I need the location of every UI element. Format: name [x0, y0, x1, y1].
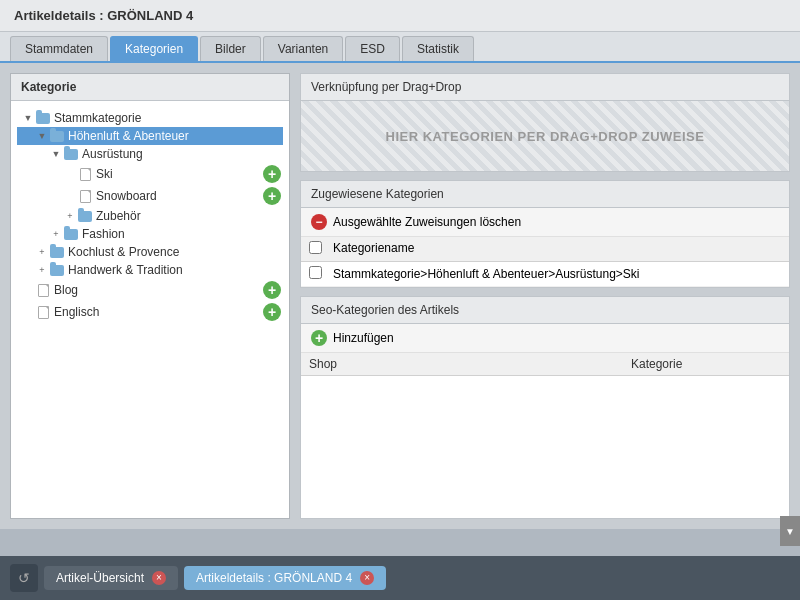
drag-drop-area[interactable]: HIER KATEGORIEN PER DRAG+DROP ZUWEISE	[301, 101, 789, 171]
add-seo-button[interactable]: + Hinzufügen	[301, 324, 789, 353]
assigned-header: Zugewiesene Kategorien	[301, 181, 789, 208]
folder-icon-zubehoer	[77, 209, 93, 223]
select-all-checkbox[interactable]	[309, 241, 322, 254]
seo-table-header: Shop Kategorie	[301, 353, 789, 376]
tree-label-englisch: Englisch	[54, 305, 263, 319]
bottom-tab-artikeldetails[interactable]: Artikeldetails : GRÖNLAND 4 ×	[184, 566, 386, 590]
bottom-tab-artikel-uebersicht[interactable]: Artikel-Übersicht ×	[44, 566, 178, 590]
right-panel: Verknüpfung per Drag+Drop HIER KATEGORIE…	[300, 73, 790, 519]
tab-bilder[interactable]: Bilder	[200, 36, 261, 61]
toggle-zubehoer[interactable]: +	[63, 209, 77, 223]
main-content: Kategorie ▼ Stammkategorie ▼ Höhenluft &…	[0, 63, 800, 529]
toggle-hoehenluft[interactable]: ▼	[35, 129, 49, 143]
doc-icon-englisch	[35, 305, 51, 319]
tree-label-ski: Ski	[96, 167, 263, 181]
toggle-stammkategorie[interactable]: ▼	[21, 111, 35, 125]
tree-container: ▼ Stammkategorie ▼ Höhenluft & Abenteuer…	[11, 101, 289, 518]
row-checkbox[interactable]	[309, 266, 322, 279]
tree-item-kochlust[interactable]: + Kochlust & Provence	[17, 243, 283, 261]
add-englisch-button[interactable]: +	[263, 303, 281, 321]
toggle-ski	[63, 167, 77, 181]
plus-icon: +	[311, 330, 327, 346]
header-checkbox-cell	[309, 241, 333, 257]
tree-item-blog[interactable]: Blog +	[17, 279, 283, 301]
doc-icon-ski	[77, 167, 93, 181]
tree-item-snowboard[interactable]: Snowboard +	[17, 185, 283, 207]
tree-label-hoehenluft: Höhenluft & Abenteuer	[68, 129, 281, 143]
bottom-tab-label-uebersicht: Artikel-Übersicht	[56, 571, 144, 585]
row-checkbox-cell	[309, 266, 333, 282]
tree-label-ausruestung: Ausrüstung	[82, 147, 281, 161]
title-bar: Artikeldetails : GRÖNLAND 4	[0, 0, 800, 32]
assigned-section: Zugewiesene Kategorien − Ausgewählte Zuw…	[300, 180, 790, 288]
minus-icon: −	[311, 214, 327, 230]
seo-section: Seo-Kategorien des Artikels + Hinzufügen…	[300, 296, 790, 519]
bottom-tab-label-artikeldetails: Artikeldetails : GRÖNLAND 4	[196, 571, 352, 585]
add-blog-button[interactable]: +	[263, 281, 281, 299]
tree-label-stammkategorie: Stammkategorie	[54, 111, 281, 125]
tree-label-zubehoer: Zubehör	[96, 209, 281, 223]
left-panel: Kategorie ▼ Stammkategorie ▼ Höhenluft &…	[10, 73, 290, 519]
tab-kategorien[interactable]: Kategorien	[110, 36, 198, 61]
drag-drop-header: Verknüpfung per Drag+Drop	[301, 74, 789, 101]
folder-icon-fashion	[63, 227, 79, 241]
tab-statistik[interactable]: Statistik	[402, 36, 474, 61]
add-label: Hinzufügen	[333, 331, 394, 345]
folder-icon-stammkategorie	[35, 111, 51, 125]
row-kategorie-name: Stammkategorie>Höhenluft & Abenteuer>Aus…	[333, 267, 781, 281]
tree-item-ski[interactable]: Ski +	[17, 163, 283, 185]
tree-label-fashion: Fashion	[82, 227, 281, 241]
toggle-ausruestung[interactable]: ▼	[49, 147, 63, 161]
table-row[interactable]: Stammkategorie>Höhenluft & Abenteuer>Aus…	[301, 262, 789, 287]
folder-icon-kochlust	[49, 245, 65, 259]
close-artikeldetails-icon[interactable]: ×	[360, 571, 374, 585]
toggle-englisch	[21, 305, 35, 319]
add-ski-button[interactable]: +	[263, 165, 281, 183]
seo-col-kategorie: Kategorie	[631, 357, 781, 371]
scroll-button[interactable]: ▼	[780, 516, 800, 546]
drag-drop-text: HIER KATEGORIEN PER DRAG+DROP ZUWEISE	[386, 129, 705, 144]
delete-assignments-button[interactable]: − Ausgewählte Zuweisungen löschen	[301, 208, 789, 237]
tab-varianten[interactable]: Varianten	[263, 36, 343, 61]
seo-col-shop: Shop	[309, 357, 631, 371]
folder-icon-ausruestung	[63, 147, 79, 161]
tree-item-englisch[interactable]: Englisch +	[17, 301, 283, 323]
tab-esd[interactable]: ESD	[345, 36, 400, 61]
delete-label: Ausgewählte Zuweisungen löschen	[333, 215, 521, 229]
tree-label-snowboard: Snowboard	[96, 189, 263, 203]
doc-icon-snowboard	[77, 189, 93, 203]
folder-icon-handwerk	[49, 263, 65, 277]
tree-item-ausruestung[interactable]: ▼ Ausrüstung	[17, 145, 283, 163]
tab-stammdaten[interactable]: Stammdaten	[10, 36, 108, 61]
close-uebersicht-icon[interactable]: ×	[152, 571, 166, 585]
bottom-bar: ↺ Artikel-Übersicht × Artikeldetails : G…	[0, 556, 800, 600]
folder-icon-hoehenluft	[49, 129, 65, 143]
add-snowboard-button[interactable]: +	[263, 187, 281, 205]
tree-item-stammkategorie[interactable]: ▼ Stammkategorie	[17, 109, 283, 127]
tab-bar: Stammdaten Kategorien Bilder Varianten E…	[0, 32, 800, 63]
drag-drop-section: Verknüpfung per Drag+Drop HIER KATEGORIE…	[300, 73, 790, 172]
toggle-handwerk[interactable]: +	[35, 263, 49, 277]
refresh-icon: ↺	[18, 570, 30, 586]
tree-label-blog: Blog	[54, 283, 263, 297]
tree-item-hoehenluft[interactable]: ▼ Höhenluft & Abenteuer	[17, 127, 283, 145]
refresh-button[interactable]: ↺	[10, 564, 38, 592]
tree-item-zubehoer[interactable]: + Zubehör	[17, 207, 283, 225]
assigned-table-header: Kategoriename	[301, 237, 789, 262]
tree-item-handwerk[interactable]: + Handwerk & Tradition	[17, 261, 283, 279]
tree-label-handwerk: Handwerk & Tradition	[68, 263, 281, 277]
tree-label-kochlust: Kochlust & Provence	[68, 245, 281, 259]
toggle-snowboard	[63, 189, 77, 203]
toggle-fashion[interactable]: +	[49, 227, 63, 241]
seo-header: Seo-Kategorien des Artikels	[301, 297, 789, 324]
toggle-blog	[21, 283, 35, 297]
column-kategoriename: Kategoriename	[333, 241, 781, 257]
doc-icon-blog	[35, 283, 51, 297]
page-title: Artikeldetails : GRÖNLAND 4	[14, 8, 193, 23]
toggle-kochlust[interactable]: +	[35, 245, 49, 259]
kategorie-panel-header: Kategorie	[11, 74, 289, 101]
tree-item-fashion[interactable]: + Fashion	[17, 225, 283, 243]
